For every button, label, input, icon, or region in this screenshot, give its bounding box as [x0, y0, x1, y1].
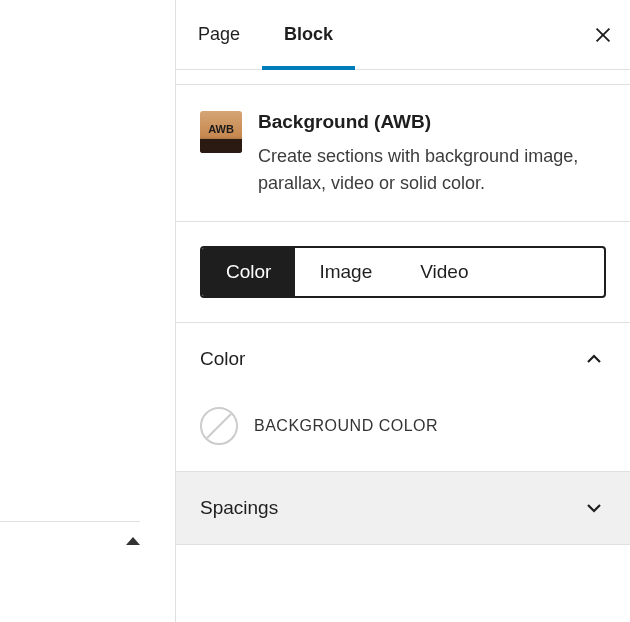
background-color-row[interactable]: BACKGROUND COLOR [200, 407, 606, 445]
type-option-image[interactable]: Image [295, 248, 396, 296]
close-icon [592, 24, 614, 46]
block-title: Background (AWB) [258, 111, 606, 133]
section-color-toggle[interactable]: Color [176, 323, 630, 395]
tab-page[interactable]: Page [176, 0, 262, 70]
settings-panel: Page Block AWB [175, 0, 630, 622]
section-spacings: Spacings [176, 472, 630, 545]
settings-tabs: Page Block [176, 0, 630, 70]
left-divider [0, 521, 140, 522]
section-color: Color BACKGROUND COLOR [176, 323, 630, 472]
block-header: AWB Background (AWB) Create sections wit… [176, 84, 630, 222]
section-color-body: BACKGROUND COLOR [176, 395, 630, 471]
type-option-color[interactable]: Color [202, 248, 295, 296]
svg-rect-3 [200, 139, 242, 153]
editor-left-area [0, 0, 175, 622]
section-color-title: Color [200, 348, 245, 370]
block-description: Create sections with background image, p… [258, 143, 606, 197]
background-type-section: Color Image Video [176, 222, 630, 323]
close-panel-button[interactable] [592, 24, 614, 46]
section-spacings-toggle[interactable]: Spacings [176, 472, 630, 544]
color-swatch-none [200, 407, 238, 445]
section-spacings-title: Spacings [200, 497, 278, 519]
background-type-group: Color Image Video [200, 246, 606, 298]
chevron-down-icon [582, 496, 606, 520]
block-info: Background (AWB) Create sections with ba… [258, 111, 606, 197]
tab-block[interactable]: Block [262, 0, 355, 70]
block-icon-awb: AWB [200, 111, 242, 153]
background-color-label: BACKGROUND COLOR [254, 417, 438, 435]
svg-text:AWB: AWB [208, 123, 234, 135]
chevron-up-icon [582, 347, 606, 371]
type-option-video[interactable]: Video [396, 248, 492, 296]
scroll-top-caret[interactable] [126, 537, 140, 545]
